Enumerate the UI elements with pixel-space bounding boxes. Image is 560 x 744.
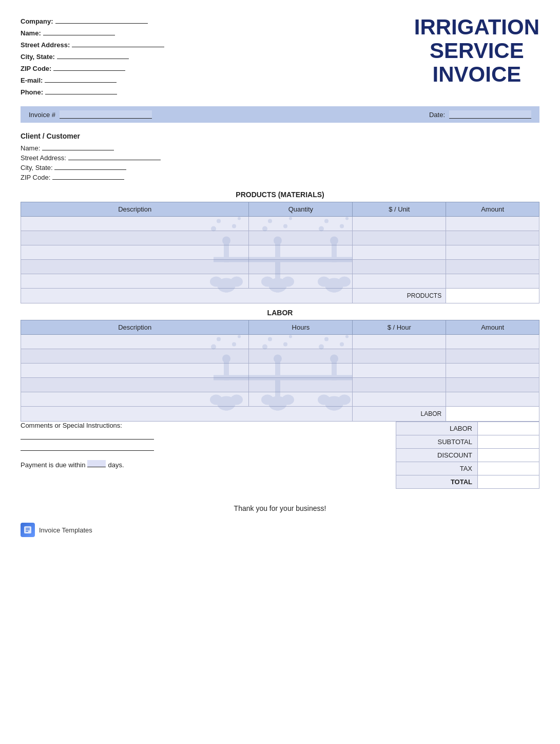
labor-amt-cell[interactable] — [446, 335, 539, 349]
company-field-line: Company: — [21, 15, 164, 25]
labor-rate-cell[interactable] — [353, 392, 446, 407]
summary-labor-value[interactable] — [478, 422, 539, 435]
products-table-header-row: Description Quantity $ / Unit Amount — [21, 202, 539, 217]
products-table: Description Quantity $ / Unit Amount PRO… — [21, 202, 539, 303]
invoice-title: IRRIGATION SERVICE INVOICE — [414, 15, 539, 87]
payment-line: Payment is due within days. — [21, 460, 375, 469]
labor-desc-cell[interactable] — [21, 349, 249, 364]
street-label: Street Address: — [21, 41, 70, 49]
invoice-bar: Invoice # Date: — [21, 106, 539, 123]
summary-tax-value[interactable] — [478, 462, 539, 475]
footer: Invoice Templates — [21, 523, 539, 537]
client-name-label: Name: — [21, 144, 40, 152]
svg-rect-66 — [26, 529, 30, 530]
labor-hours-cell[interactable] — [249, 364, 353, 378]
labor-desc-cell[interactable] — [21, 335, 249, 349]
labor-section-title: LABOR — [21, 309, 539, 317]
products-total-value[interactable] — [446, 289, 539, 303]
title-line2: SERVICE — [414, 39, 539, 63]
labor-hours-cell[interactable] — [249, 349, 353, 364]
labor-total-value[interactable] — [446, 407, 539, 422]
qty-cell[interactable] — [249, 217, 353, 231]
client-street-line: Street Address: — [21, 152, 539, 162]
labor-total-row: LABOR — [21, 407, 539, 422]
labor-hours-cell[interactable] — [249, 378, 353, 392]
summary-total-row: TOTAL — [396, 475, 539, 489]
qty-cell[interactable] — [249, 274, 353, 289]
client-name-line: Name: — [21, 142, 539, 152]
labor-rate-cell[interactable] — [353, 378, 446, 392]
summary-subtotal-value[interactable] — [478, 435, 539, 449]
desc-cell[interactable] — [21, 217, 249, 231]
payment-suffix: days. — [108, 461, 124, 469]
invoice-date-value[interactable] — [449, 110, 531, 119]
labor-hours-cell[interactable] — [249, 335, 353, 349]
products-table-wrapper: Description Quantity $ / Unit Amount PRO… — [21, 202, 539, 303]
client-zip-value[interactable] — [52, 171, 124, 180]
summary-labor-row: LABOR — [396, 422, 539, 435]
labor-header-amount: Amount — [446, 320, 539, 335]
invoice-date-label: Date: — [429, 111, 445, 119]
amt-cell[interactable] — [446, 274, 539, 289]
client-street-value[interactable] — [68, 152, 161, 160]
amt-cell[interactable] — [446, 260, 539, 274]
table-row — [21, 245, 539, 260]
unit-cell[interactable] — [353, 231, 446, 245]
title-line1: IRRIGATION — [414, 15, 539, 39]
svg-rect-65 — [26, 528, 30, 529]
city-value[interactable] — [57, 51, 129, 59]
labor-rate-cell[interactable] — [353, 349, 446, 364]
labor-hours-cell[interactable] — [249, 392, 353, 407]
client-zip-label: ZIP Code: — [21, 174, 50, 181]
desc-cell[interactable] — [21, 231, 249, 245]
street-value[interactable] — [72, 39, 164, 47]
labor-amt-cell[interactable] — [446, 378, 539, 392]
comments-section: Comments or Special Instructions: Paymen… — [21, 422, 396, 469]
labor-amt-cell[interactable] — [446, 364, 539, 378]
zip-value[interactable] — [53, 63, 125, 71]
unit-cell[interactable] — [353, 274, 446, 289]
phone-field-line: Phone: — [21, 86, 164, 96]
products-header-amount: Amount — [446, 202, 539, 217]
products-header-description: Description — [21, 202, 249, 217]
name-value[interactable] — [43, 27, 115, 35]
invoice-number-value[interactable] — [60, 110, 152, 119]
invoice-number-group: Invoice # — [29, 110, 152, 119]
labor-desc-cell[interactable] — [21, 392, 249, 407]
labor-rate-cell[interactable] — [353, 364, 446, 378]
comments-line1[interactable] — [21, 431, 154, 440]
amt-cell[interactable] — [446, 231, 539, 245]
amt-cell[interactable] — [446, 217, 539, 231]
amt-cell[interactable] — [446, 245, 539, 260]
labor-desc-cell[interactable] — [21, 364, 249, 378]
labor-table-header-row: Description Hours $ / Hour Amount — [21, 320, 539, 335]
qty-cell[interactable] — [249, 245, 353, 260]
zip-label: ZIP Code: — [21, 65, 51, 72]
desc-cell[interactable] — [21, 274, 249, 289]
summary-total-value[interactable] — [478, 475, 539, 489]
labor-amt-cell[interactable] — [446, 392, 539, 407]
unit-cell[interactable] — [353, 260, 446, 274]
client-name-value[interactable] — [42, 142, 114, 150]
summary-labor-label: LABOR — [396, 422, 478, 435]
labor-desc-cell[interactable] — [21, 378, 249, 392]
summary-discount-value[interactable] — [478, 449, 539, 462]
comments-line2[interactable] — [21, 443, 154, 451]
desc-cell[interactable] — [21, 245, 249, 260]
zip-field-line: ZIP Code: — [21, 63, 164, 72]
unit-cell[interactable] — [353, 217, 446, 231]
client-city-line: City, State: — [21, 162, 539, 171]
desc-cell[interactable] — [21, 260, 249, 274]
payment-days-field[interactable] — [87, 460, 106, 467]
qty-cell[interactable] — [249, 260, 353, 274]
qty-cell[interactable] — [249, 231, 353, 245]
email-value[interactable] — [45, 74, 117, 83]
client-city-value[interactable] — [54, 162, 126, 170]
company-value[interactable] — [55, 15, 148, 24]
labor-amt-cell[interactable] — [446, 349, 539, 364]
table-row — [21, 274, 539, 289]
labor-table-wrapper: Description Hours $ / Hour Amount LABOR — [21, 320, 539, 422]
unit-cell[interactable] — [353, 245, 446, 260]
labor-rate-cell[interactable] — [353, 335, 446, 349]
phone-value[interactable] — [45, 86, 117, 94]
